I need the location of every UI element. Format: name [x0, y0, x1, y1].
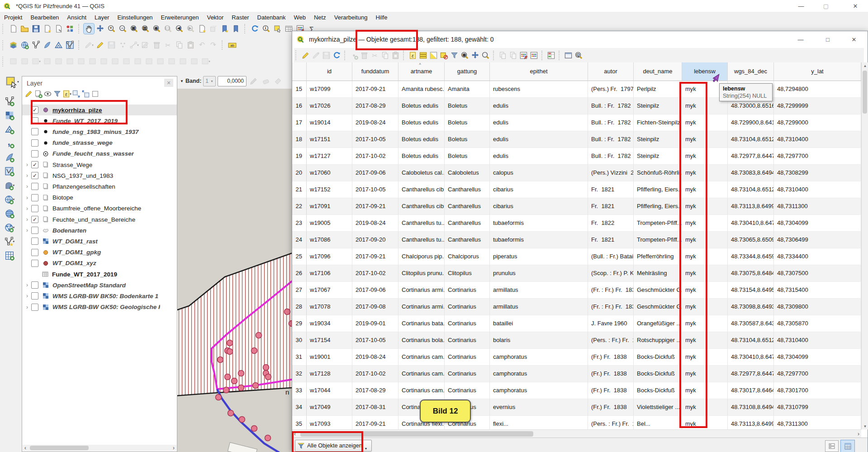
- add-wcs-layer-icon[interactable]: [4, 208, 14, 219]
- cell-wgs_84_dec[interactable]: 48.73104,8.65123: [728, 181, 774, 198]
- cell-lebensw[interactable]: myk: [682, 165, 728, 181]
- fungi-point[interactable]: [223, 387, 229, 393]
- cell-lebensw[interactable]: myk: [682, 315, 728, 332]
- cell-id[interactable]: w19005: [307, 215, 352, 232]
- rotate-point-symbols-icon[interactable]: [189, 56, 199, 67]
- menu-web[interactable]: Web: [289, 13, 310, 22]
- vertex-tool-icon[interactable]: ▾: [129, 40, 139, 50]
- cell-rownum[interactable]: 19: [292, 148, 307, 165]
- cell-gattung[interactable]: Boletus: [445, 148, 490, 165]
- cell-autor[interactable]: Bull. : Fr. 1782: [588, 98, 634, 114]
- layer-item-wt-dgm1-gpkg[interactable]: WT_DGM1_gpkg: [22, 247, 177, 258]
- new-virtual-layer-box-icon[interactable]: [65, 40, 75, 50]
- fungi-point[interactable]: [225, 374, 231, 380]
- reshape-features-icon[interactable]: [133, 56, 143, 67]
- cell-id[interactable]: w17152: [307, 181, 352, 198]
- cell-gattung[interactable]: Cantharellus: [445, 215, 490, 232]
- cell-wgs_84_dec[interactable]: 48.73104,8.65123: [728, 332, 774, 349]
- cell-funddatum[interactable]: 2017-09-08: [352, 299, 398, 315]
- conditional-formatting-icon[interactable]: [546, 50, 556, 61]
- column-header-epithet[interactable]: epithet: [490, 62, 588, 81]
- cell-gattung[interactable]: Boletus: [445, 114, 490, 131]
- layer-checkbox[interactable]: [31, 227, 38, 234]
- undo-icon[interactable]: ↶: [197, 40, 207, 50]
- cell-artname[interactable]: Cortinarius bata...: [398, 315, 445, 332]
- toolbar-handle[interactable]: [2, 24, 5, 34]
- cell-wgs_84_dec[interactable]: 48.730410,8.647...: [728, 215, 774, 232]
- cell-rownum[interactable]: 33: [292, 382, 307, 399]
- expand-icon[interactable]: ›: [24, 195, 30, 201]
- delete-selected-icon[interactable]: [359, 50, 370, 61]
- scroll-right-icon[interactable]: ›: [858, 431, 859, 437]
- cell-deut_name[interactable]: Violettstieliger ...: [634, 399, 682, 416]
- collapse-all-icon[interactable]: [81, 89, 90, 99]
- add-spatialite-icon[interactable]: [42, 40, 52, 50]
- cell-wgs_84_dec[interactable]: 48.72977,8.64475: [728, 366, 774, 382]
- cell-id[interactable]: w17067: [307, 282, 352, 299]
- cell-autor[interactable]: (Fr.) Fr. 1838: [588, 366, 634, 382]
- cell-deut_name[interactable]: Geschmückter G...: [634, 299, 682, 315]
- copy-move-feature-icon[interactable]: ▾: [31, 56, 41, 67]
- cell-autor[interactable]: Fr. 1822: [588, 215, 634, 232]
- expand-icon[interactable]: ›: [24, 172, 30, 179]
- layer-item-funde-wt-2017-2019[interactable]: Funde_WT_2017_2019: [22, 115, 177, 126]
- layer-checkbox[interactable]: [31, 205, 38, 212]
- save-edits-icon[interactable]: [321, 50, 332, 61]
- add-part-icon[interactable]: [76, 56, 86, 67]
- cell-wgs_84_dec[interactable]: 48.73154,8.64957: [728, 282, 774, 299]
- layer-item-wt-dgm1-rast[interactable]: WT_DGM1_rast: [22, 236, 177, 247]
- merge-features-icon[interactable]: [166, 56, 177, 67]
- cell-gattung[interactable]: Cantharellus: [445, 232, 490, 248]
- raster-edit-icon[interactable]: [248, 76, 259, 86]
- layer-item-funde-nsg-1983-minus-1937[interactable]: funde_nsg_1983_minus_1937: [22, 126, 177, 137]
- refresh-map-icon[interactable]: [250, 24, 260, 34]
- cut-features-icon[interactable]: ✂: [370, 50, 380, 61]
- cell-deut_name[interactable]: Mehlräsling: [634, 265, 682, 282]
- cell-wgs_84_dec[interactable]: 48.73104,8.65123: [728, 131, 774, 148]
- cell-epithet[interactable]: camphoratus: [490, 382, 588, 399]
- cell-y_lat[interactable]: 48,7310400: [774, 181, 861, 198]
- add-ring-icon[interactable]: [65, 56, 75, 67]
- cell-funddatum[interactable]: 2019-08-24: [352, 349, 398, 366]
- column-header-artname[interactable]: artname^: [398, 62, 445, 81]
- cell-deut_name[interactable]: Steinpilz: [634, 98, 682, 114]
- show-layout-manager-icon[interactable]: [53, 24, 64, 34]
- cell-funddatum[interactable]: 2017-09-21: [352, 198, 398, 215]
- layer-checkbox[interactable]: [31, 194, 38, 201]
- menu-vektor[interactable]: Vektor: [203, 13, 228, 22]
- cell-gattung[interactable]: Cortinarius: [445, 315, 490, 332]
- cell-lebensw[interactable]: myk: [682, 332, 728, 349]
- dialog-minimize-button[interactable]: —: [793, 34, 808, 44]
- manage-map-themes-icon[interactable]: [43, 89, 52, 99]
- cell-deut_name[interactable]: Bocks-Dickfuß: [634, 349, 682, 366]
- cell-id[interactable]: w17127: [307, 148, 352, 165]
- cell-funddatum[interactable]: 2017-09-21: [352, 248, 398, 265]
- open-field-calculator-icon[interactable]: [529, 50, 539, 61]
- cell-epithet[interactable]: armillatus: [490, 282, 588, 299]
- cell-gattung[interactable]: Cortinarius: [445, 382, 490, 399]
- cell-lebensw[interactable]: myk: [682, 299, 728, 315]
- cell-y_lat[interactable]: 48,7334400: [774, 248, 861, 265]
- zoom-next-icon[interactable]: ▶: [185, 24, 196, 34]
- cell-gattung[interactable]: Cortinarius: [445, 282, 490, 299]
- cell-epithet[interactable]: edulis: [490, 98, 588, 114]
- cell-lebensw[interactable]: myk: [682, 215, 728, 232]
- cell-deut_name[interactable]: Bocks-Dickfuß: [634, 366, 682, 382]
- paste-features-icon[interactable]: [390, 50, 401, 61]
- cell-id[interactable]: w17060: [307, 165, 352, 181]
- cell-epithet[interactable]: edulis: [490, 148, 588, 165]
- add-sql-layer-icon[interactable]: [4, 250, 14, 261]
- cell-wgs_84_dec[interactable]: 48.73108,8.64942: [728, 399, 774, 416]
- cell-lebensw[interactable]: myk: [682, 114, 728, 131]
- cell-y_lat[interactable]: 48,7308299: [774, 165, 861, 181]
- cell-rownum[interactable]: 26: [292, 265, 307, 282]
- layer-checkbox[interactable]: [31, 139, 38, 147]
- toolbar-overflow-icon[interactable]: ▼: [180, 79, 184, 83]
- cell-rownum[interactable]: 27: [292, 282, 307, 299]
- cell-rownum[interactable]: 29: [292, 315, 307, 332]
- cell-rownum[interactable]: 22: [292, 198, 307, 215]
- cell-id[interactable]: w17106: [307, 265, 352, 282]
- layer-item-funde-wt-2017-2019[interactable]: Funde_WT_2017_2019: [22, 269, 177, 280]
- expand-icon[interactable]: ›: [24, 205, 30, 212]
- cell-funddatum[interactable]: 2017-10-05: [352, 131, 398, 148]
